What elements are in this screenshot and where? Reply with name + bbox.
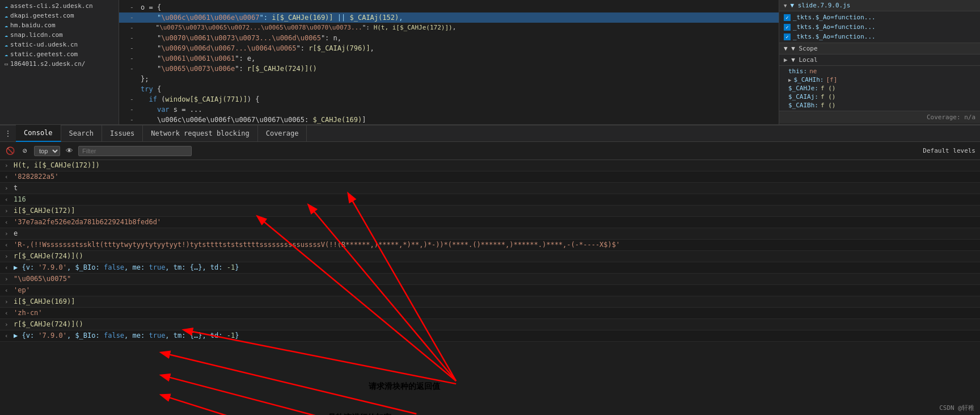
- console-text: t: [14, 184, 975, 192]
- context-selector[interactable]: top: [34, 146, 60, 156]
- console-text: 'ep': [14, 286, 975, 294]
- console-arrow-right: ›: [5, 230, 14, 237]
- tab-coverage-label: Coverage: [266, 129, 299, 137]
- sidebar-item-hm[interactable]: ☁ hm.baidu.com: [0, 20, 119, 30]
- sidebar-item-assets[interactable]: ☁ assets-cli.s2.udesk.cn: [0, 1, 119, 11]
- scope-header[interactable]: ▼ ▼ Scope: [779, 43, 980, 55]
- right-panel: ▼ ▼ slide.7.9.0.js ✓ _tkts.$_Ao=function…: [779, 0, 980, 124]
- console-line-11: › "\u0065\u0075": [0, 274, 980, 285]
- console-filter-input[interactable]: [78, 146, 192, 156]
- line-number: -: [124, 12, 141, 23]
- code-area: - o = { - "\u006c\u0061\u006e\u0067": i[…: [119, 0, 779, 124]
- console-line-4: ‹ 116: [0, 194, 980, 206]
- line-content: "\u0061\u0061\u0061": e,: [141, 53, 779, 64]
- line-content: if (window[$_CAIAj(771)]) {: [141, 94, 779, 104]
- scope-item-key: $_CAIAj:: [788, 93, 818, 100]
- three-dots-menu[interactable]: ⋮: [0, 129, 16, 137]
- line-content: "\u0065\u0073\u006e": r[$_CAHJe(724)](): [141, 64, 779, 74]
- watch-checkbox-1[interactable]: ✓: [784, 14, 791, 21]
- scope-local-expand: ▶: [784, 56, 791, 64]
- code-line: - if (window[$_CAIAj(771)]) {: [119, 94, 779, 104]
- code-line: - "\u0069\u006d\u0067...\u0064\u0065": r…: [119, 43, 779, 53]
- sidebar-item-label: snap.licdn.com: [10, 31, 63, 39]
- tab-console[interactable]: Console: [16, 125, 61, 142]
- filter-eye-button[interactable]: 👁: [64, 145, 75, 157]
- tab-coverage[interactable]: Coverage: [258, 125, 307, 142]
- console-line-13: › i[$_CAHJe(169)]: [0, 296, 980, 308]
- console-text: 'R-,(!!Wssssssstssklt(tttytwytyytytyytyy…: [14, 241, 975, 249]
- line-number: -: [124, 64, 141, 74]
- preserve-log-button[interactable]: ⊘: [19, 145, 31, 157]
- watch-item-2[interactable]: ✓ _tkts.$_Ao=function...: [779, 22, 980, 32]
- default-levels-dropdown[interactable]: Default levels: [923, 147, 975, 154]
- watch-checkbox-3[interactable]: ✓: [784, 33, 791, 40]
- line-content: };: [141, 74, 779, 84]
- sidebar-item-dkapi[interactable]: ☁ dkapi.geetest.com: [0, 11, 119, 20]
- line-content: o = {: [141, 2, 779, 12]
- console-line-2: ‹ '8282822a5': [0, 171, 980, 183]
- console-arrow-right: ›: [5, 207, 14, 215]
- watch-item-3[interactable]: ✓ _tkts.$_Ao=function...: [779, 32, 980, 41]
- scope-item-this[interactable]: this: ne: [779, 67, 980, 76]
- code-line: - \u006c\u006e\u006f\u0067\u0067\u0065: …: [119, 115, 779, 124]
- tab-network-request-blocking[interactable]: Network request blocking: [143, 125, 257, 142]
- sidebar-item-static-geetest[interactable]: ☁ static.geetest.com: [0, 49, 119, 59]
- cloud-icon: ☁: [5, 12, 8, 19]
- scope-item-caibh[interactable]: $_CAIBh: f (): [779, 101, 980, 110]
- console-line-6: ‹ '37e7aa2fe526e2da781b6229241b8fed6d': [0, 217, 980, 228]
- scope-item-key: $_CAHJe:: [788, 85, 818, 92]
- tab-issues[interactable]: Issues: [102, 125, 143, 142]
- tab-search[interactable]: Search: [61, 125, 102, 142]
- console-arrow-left: ‹: [5, 287, 14, 294]
- tab-console-label: Console: [24, 129, 53, 137]
- console-arrow-right: ›: [5, 298, 14, 305]
- svg-line-3: [162, 375, 416, 415]
- cloud-icon: ☁: [5, 22, 8, 28]
- watch-label-3: _tkts.$_Ao=function...: [793, 33, 876, 40]
- sidebar-item-static-ud[interactable]: ☁ static-ud.udesk.cn: [0, 40, 119, 49]
- sidebar-item-label: dkapi.geetest.com: [10, 12, 74, 19]
- console-arrow-left: ‹: [5, 173, 14, 181]
- devtools-container: ☁ assets-cli.s2.udesk.cn ☁ dkapi.geetest…: [0, 0, 980, 415]
- scope-item-cahje[interactable]: $_CAHJe: f (): [779, 84, 980, 93]
- watch-label-1: _tkts.$_Ao=function...: [793, 14, 876, 21]
- console-line-10: ‹ ▶ {v: '7.9.0', $_BIo: false, me: true,…: [0, 262, 980, 274]
- console-line-1: › H(t, i[$_CAHJe(172)]): [0, 160, 980, 171]
- scope-item-value: [f]: [826, 76, 837, 83]
- console-text: "\u0065\u0075": [14, 275, 975, 283]
- scope-local-section[interactable]: ▶ ▼ Local: [779, 55, 980, 66]
- console-text: H(t, i[$_CAHJe(172)]): [14, 161, 975, 169]
- scope-item-value: ne: [809, 68, 817, 75]
- code-line: try {: [119, 84, 779, 94]
- console-arrow-right: ›: [5, 162, 14, 169]
- line-content: "\u0069\u006d\u0067...\u0064\u0065": r[$…: [141, 43, 779, 53]
- console-tabs-bar: ⋮ Console Search Issues Network request …: [0, 125, 980, 142]
- console-input-toolbar: 🚫 ⊘ top 👁 Default levels: [0, 142, 980, 160]
- sidebar-item-snap[interactable]: ☁ snap.licdn.com: [0, 30, 119, 40]
- scope-item-cahih[interactable]: ▶ $_CAHIh: [f]: [779, 76, 980, 84]
- scope-item-value: f (): [821, 102, 836, 109]
- console-text: i[$_CAHJe(169)]: [14, 297, 975, 305]
- scope-item-caiaj[interactable]: $_CAIAj: f (): [779, 93, 980, 101]
- console-text: ▶ {v: '7.9.0', $_BIo: false, me: true, t…: [14, 332, 975, 339]
- sidebar-item-label: assets-cli.s2.udesk.cn: [10, 2, 93, 10]
- console-line-8: ‹ 'R-,(!!Wssssssstssklt(tttytwytyytytyyt…: [0, 240, 980, 251]
- watch-header[interactable]: ▼ ▼ slide.7.9.0.js: [779, 0, 980, 11]
- console-text: 'zh-cn': [14, 309, 975, 317]
- line-content: "\u0075\u0073\u0065\u0072...\u0065\u0078…: [141, 23, 779, 33]
- watch-checkbox-2[interactable]: ✓: [784, 24, 791, 31]
- watch-item-1[interactable]: ✓ _tkts.$_Ao=function...: [779, 12, 980, 22]
- console-line-3: › t: [0, 183, 980, 194]
- scope-items-list: this: ne ▶ $_CAHIh: [f] $_CAHJe: f () $_…: [779, 66, 980, 111]
- cloud-icon: ☁: [5, 41, 8, 48]
- line-content: "\u006c\u0061\u006e\u0067": i[$_CAHJe(16…: [141, 12, 779, 23]
- clear-console-button[interactable]: 🚫: [5, 145, 16, 157]
- scope-expand-icon: ▼: [784, 45, 791, 52]
- annotation-encrypt: e是轨迹进行的加密: [323, 413, 391, 415]
- annotation-return-value: 请求滑块种的返回值: [369, 382, 440, 392]
- console-arrow-left: ‹: [5, 196, 14, 203]
- watermark: CSDN @轩稚: [939, 404, 974, 412]
- sidebar-item-1864011[interactable]: ▭ 1864011.s2.udesk.cn/: [0, 59, 119, 69]
- code-content: - o = { - "\u006c\u0061\u006e\u0067": i[…: [119, 0, 779, 124]
- console-text: 116: [14, 195, 975, 203]
